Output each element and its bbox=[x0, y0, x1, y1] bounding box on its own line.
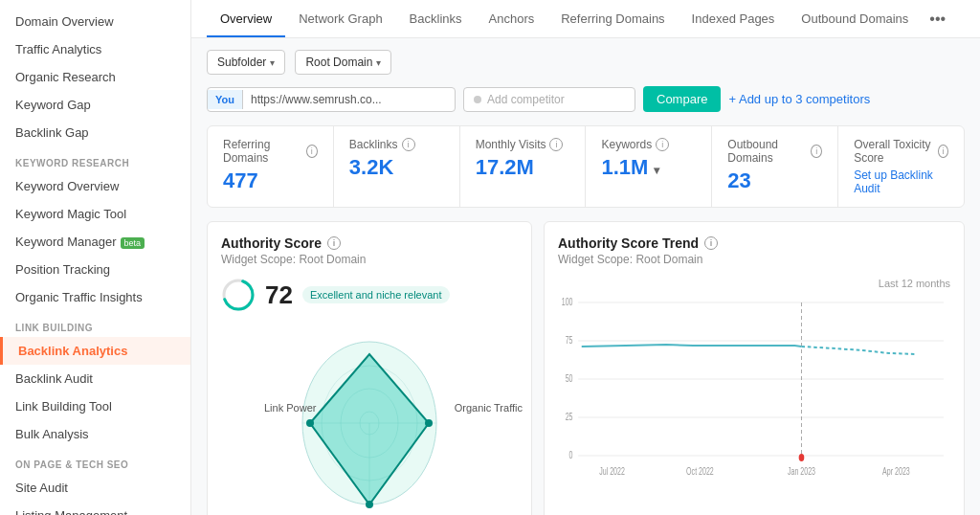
sidebar-item-organic-research[interactable]: Organic Research bbox=[0, 63, 190, 91]
tab-backlinks[interactable]: Backlinks bbox=[396, 2, 476, 37]
trend-title: Authority Score Trend i bbox=[558, 235, 950, 251]
metric-label-referring-domains: Referring Domainsi bbox=[223, 138, 318, 165]
svg-point-12 bbox=[425, 419, 433, 427]
sidebar-item-keyword-overview[interactable]: Keyword Overview bbox=[0, 172, 190, 200]
metric-overall-toxicity: Overall Toxicity ScoreiSet up Backlink A… bbox=[838, 126, 964, 207]
tab-network-graph[interactable]: Network Graph bbox=[285, 2, 395, 37]
authority-score-value: 72 bbox=[265, 280, 293, 310]
metric-outbound-domains: Outbound Domainsi23 bbox=[712, 126, 838, 207]
sidebar-section-keyword-research-label: KEYWORD RESEARCH bbox=[0, 146, 190, 172]
competitor-dot-icon bbox=[474, 96, 481, 103]
authority-score-info-icon[interactable]: i bbox=[327, 236, 341, 250]
metric-action-overall-toxicity[interactable]: Set up Backlink Audit bbox=[854, 168, 948, 195]
authority-score-trend-widget: Authority Score Trend i Widget Scope: Ro… bbox=[544, 221, 965, 515]
sidebar-item-backlink-analytics[interactable]: Backlink Analytics bbox=[0, 337, 190, 365]
metric-label-backlinks: Backlinksi bbox=[349, 138, 444, 151]
trend-scope: Widget Scope: Root Domain bbox=[558, 253, 950, 266]
svg-point-10 bbox=[306, 419, 314, 427]
sidebar-item-backlink-gap[interactable]: Backlink Gap bbox=[0, 119, 190, 146]
score-circle-icon bbox=[221, 278, 256, 312]
filter-row: Subfolder ▾ Root Domain ▾ bbox=[207, 50, 965, 75]
metric-value-backlinks: 3.2K bbox=[349, 155, 444, 180]
tab-outbound-domains[interactable]: Outbound Domains bbox=[788, 2, 922, 37]
sidebar-item-keyword-gap[interactable]: Keyword Gap bbox=[0, 91, 190, 119]
authority-score-title: Authority Score i bbox=[221, 235, 518, 251]
svg-text:Apr 2023: Apr 2023 bbox=[882, 466, 910, 478]
sidebar-item-traffic-analytics[interactable]: Traffic Analytics bbox=[0, 35, 190, 63]
authority-score-badge: Excellent and niche relevant bbox=[302, 286, 450, 303]
radar-link-power-label: Link Power bbox=[264, 402, 316, 414]
metric-label-monthly-visits: Monthly Visitsi bbox=[476, 138, 570, 151]
metric-keywords: Keywordsi1.1M ▾ bbox=[586, 126, 712, 207]
tab-bar: OverviewNetwork GraphBacklinksAnchorsRef… bbox=[191, 0, 980, 38]
tab-overview[interactable]: Overview bbox=[207, 2, 285, 37]
metric-info-icon-monthly-visits[interactable]: i bbox=[549, 138, 563, 151]
root-domain-dropdown[interactable]: Root Domain ▾ bbox=[295, 50, 391, 75]
metric-info-icon-outbound-domains[interactable]: i bbox=[811, 145, 822, 158]
url-display: https://www.semrush.co... bbox=[243, 88, 455, 111]
svg-point-13 bbox=[366, 501, 373, 508]
sidebar-item-backlink-audit[interactable]: Backlink Audit bbox=[0, 365, 190, 392]
subfolder-dropdown[interactable]: Subfolder ▾ bbox=[207, 50, 285, 75]
authority-score-widget: Authority Score i Widget Scope: Root Dom… bbox=[207, 221, 532, 515]
metrics-row: Referring Domainsi477Backlinksi3.2KMonth… bbox=[207, 125, 965, 208]
tab-indexed-pages[interactable]: Indexed Pages bbox=[679, 2, 789, 37]
sidebar-item-listing-management[interactable]: Listing Management bbox=[0, 502, 190, 515]
url-row: You https://www.semrush.co... Add compet… bbox=[207, 86, 965, 112]
add-competitors-link[interactable]: + Add up to 3 competitors bbox=[728, 92, 870, 106]
sidebar-item-domain-overview[interactable]: Domain Overview bbox=[0, 8, 190, 35]
sidebar-item-keyword-magic-tool[interactable]: Keyword Magic Tool bbox=[0, 200, 190, 228]
svg-text:0: 0 bbox=[569, 450, 573, 461]
svg-text:Jul 2022: Jul 2022 bbox=[599, 466, 625, 478]
metric-info-icon-backlinks[interactable]: i bbox=[402, 138, 415, 151]
metric-value-referring-domains: 477 bbox=[223, 168, 318, 193]
subfolder-chevron-icon: ▾ bbox=[270, 57, 275, 68]
trend-info-icon[interactable]: i bbox=[704, 236, 718, 250]
sidebar-item-organic-traffic-insights[interactable]: Organic Traffic Insights bbox=[0, 283, 190, 311]
svg-text:25: 25 bbox=[566, 412, 573, 423]
metric-label-keywords: Keywordsi bbox=[601, 138, 696, 151]
widgets-row: Authority Score i Widget Scope: Root Dom… bbox=[207, 221, 965, 515]
sidebar-section-link-building-label: LINK BUILDING bbox=[0, 311, 190, 337]
score-row: 72 Excellent and niche relevant bbox=[221, 278, 518, 312]
you-badge: You bbox=[208, 90, 243, 109]
tab-more-button[interactable]: ••• bbox=[922, 1, 953, 37]
subfolder-label: Subfolder bbox=[217, 56, 266, 69]
svg-text:100: 100 bbox=[562, 297, 573, 308]
metric-info-icon-overall-toxicity[interactable]: i bbox=[938, 145, 948, 158]
metric-monthly-visits: Monthly Visitsi17.2M bbox=[460, 126, 587, 207]
metric-value-outbound-domains: 23 bbox=[727, 168, 822, 193]
sidebar-item-link-building-tool[interactable]: Link Building Tool bbox=[0, 392, 190, 420]
svg-text:75: 75 bbox=[566, 335, 573, 347]
metric-label-overall-toxicity: Overall Toxicity Scorei bbox=[854, 138, 948, 165]
root-domain-label: Root Domain bbox=[305, 56, 372, 69]
url-input-wrap: You https://www.semrush.co... bbox=[207, 87, 456, 112]
main-content: OverviewNetwork GraphBacklinksAnchorsRef… bbox=[191, 0, 980, 515]
authority-score-scope: Widget Scope: Root Domain bbox=[221, 253, 518, 266]
metric-info-icon-keywords[interactable]: i bbox=[656, 138, 669, 151]
root-domain-chevron-icon: ▾ bbox=[376, 57, 381, 68]
svg-point-29 bbox=[799, 454, 805, 461]
competitor-placeholder: Add competitor bbox=[487, 93, 565, 106]
trend-period-label: Last 12 months bbox=[879, 278, 950, 289]
metric-value-keywords: 1.1M ▾ bbox=[601, 155, 696, 180]
radar-chart: Link Power Organic Traffic Natural Profi… bbox=[274, 327, 465, 515]
sidebar-section-on-page-label: ON PAGE & TECH SEO bbox=[0, 448, 190, 474]
sidebar: Domain OverviewTraffic AnalyticsOrganic … bbox=[0, 0, 191, 515]
sidebar-item-position-tracking[interactable]: Position Tracking bbox=[0, 256, 190, 283]
metric-label-outbound-domains: Outbound Domainsi bbox=[727, 138, 822, 165]
metric-value-monthly-visits: 17.2M bbox=[476, 155, 570, 180]
competitor-input[interactable]: Add competitor bbox=[463, 87, 635, 112]
tab-referring-domains[interactable]: Referring Domains bbox=[547, 2, 678, 37]
sidebar-item-bulk-analysis[interactable]: Bulk Analysis bbox=[0, 420, 190, 448]
sidebar-item-keyword-manager[interactable]: Keyword Managerbeta bbox=[0, 228, 190, 256]
svg-text:Oct 2022: Oct 2022 bbox=[686, 466, 714, 478]
metric-backlinks: Backlinksi3.2K bbox=[334, 126, 460, 207]
trend-header: Last 12 months bbox=[558, 278, 950, 289]
tab-anchors[interactable]: Anchors bbox=[476, 2, 548, 37]
radar-organic-traffic-label: Organic Traffic bbox=[455, 402, 523, 414]
compare-button[interactable]: Compare bbox=[643, 86, 721, 112]
trend-chart: 100 75 50 25 0 Jul 2022 Oct 2022 Jan 202… bbox=[558, 293, 950, 484]
sidebar-item-site-audit[interactable]: Site Audit bbox=[0, 474, 190, 502]
metric-info-icon-referring-domains[interactable]: i bbox=[306, 145, 318, 158]
